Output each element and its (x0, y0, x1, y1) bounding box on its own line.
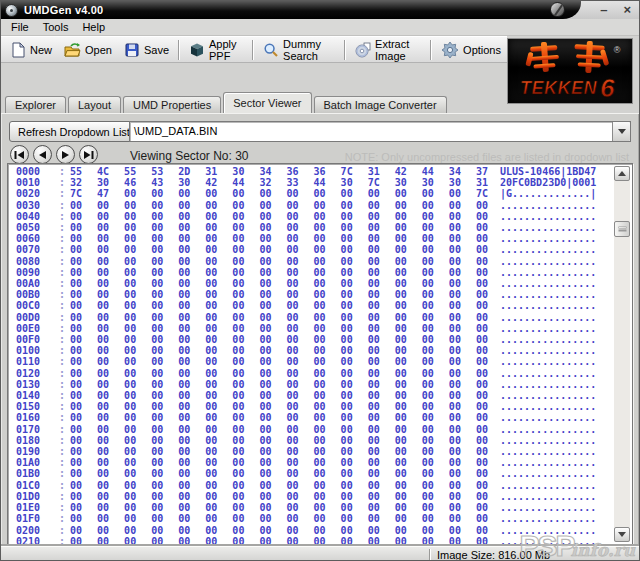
hex-colon (54, 200, 70, 211)
previous-sector-button[interactable] (33, 145, 52, 164)
hex-address: 01F0 (16, 513, 54, 524)
hex-address: 0100 (16, 345, 54, 356)
hex-colon (54, 323, 70, 334)
hex-row: 013000 00 00 00 00 00 00 00 00 00 00 00 … (16, 379, 610, 390)
hex-row: 007000 00 00 00 00 00 00 00 00 00 00 00 … (16, 244, 610, 255)
hex-ascii: ................ (500, 334, 596, 345)
file-dropdown[interactable]: \UMD_DATA.BIN (129, 121, 631, 142)
tab[interactable]: Sector Viewer (223, 92, 311, 113)
hex-bytes: 32 30 46 43 30 42 44 32 33 44 30 7C 30 3… (70, 177, 494, 188)
hex-ascii: ................ (500, 233, 596, 244)
hex-row: 01B000 00 00 00 00 00 00 00 00 00 00 00 … (16, 468, 610, 479)
title-bar-skin: UMDGen v4.00 (1, 1, 581, 19)
save-button[interactable]: Save (118, 39, 175, 61)
previous-icon (38, 150, 47, 160)
toolbar-separator (344, 40, 346, 60)
extract-image-button[interactable]: Extract Image (349, 35, 427, 65)
hex-bytes: 00 00 00 00 00 00 00 00 00 00 00 00 00 0… (70, 345, 494, 356)
hex-row: 00D000 00 00 00 00 00 00 00 00 00 00 00 … (16, 312, 610, 323)
hex-bytes: 00 00 00 00 00 00 00 00 00 00 00 00 00 0… (70, 356, 494, 367)
hex-ascii: ................ (500, 345, 596, 356)
scrollbar-thumb[interactable] (614, 221, 630, 237)
hex-colon (54, 457, 70, 468)
skin-disc-icon (550, 2, 565, 17)
registered-mark: ® (614, 45, 621, 55)
hex-row: 014000 00 00 00 00 00 00 00 00 00 00 00 … (16, 390, 610, 401)
tab[interactable]: Explorer (5, 96, 66, 113)
hex-row: 018000 00 00 00 00 00 00 00 00 00 00 00 … (16, 435, 610, 446)
hex-address: 0110 (16, 356, 54, 367)
hex-rows: 000055 4C 55 53 2D 31 30 34 36 36 7C 31 … (16, 166, 610, 544)
window-controls: – × (600, 1, 631, 19)
hex-address: 01A0 (16, 457, 54, 468)
hex-row: 004000 00 00 00 00 00 00 00 00 00 00 00 … (16, 211, 610, 222)
save-floppy-icon (124, 42, 140, 58)
next-icon (61, 150, 70, 160)
title-bar[interactable]: UMDGen v4.00 – × (1, 1, 639, 19)
next-sector-button[interactable] (56, 145, 75, 164)
hex-bytes: 00 00 00 00 00 00 00 00 00 00 00 00 00 0… (70, 368, 494, 379)
new-button[interactable]: New (4, 39, 58, 61)
hex-bytes: 00 00 00 00 00 00 00 00 00 00 00 00 00 0… (70, 435, 494, 446)
refresh-dropdown-list-button[interactable]: Refresh Dropdown List (9, 121, 139, 142)
hex-address: 01B0 (16, 468, 54, 479)
hex-row: 00B000 00 00 00 00 00 00 00 00 00 00 00 … (16, 289, 610, 300)
hex-address: 0070 (16, 244, 54, 255)
hex-colon (54, 513, 70, 524)
toolbar: New Open Save (1, 36, 507, 63)
hex-bytes: 00 00 00 00 00 00 00 00 00 00 00 00 00 0… (70, 480, 494, 491)
hex-colon (54, 435, 70, 446)
dummy-search-button[interactable]: Dummy Search (257, 35, 341, 65)
scroll-down-icon[interactable] (614, 527, 630, 542)
close-button[interactable]: × (623, 3, 631, 17)
last-sector-button[interactable] (79, 145, 98, 164)
file-dropdown-value[interactable]: \UMD_DATA.BIN (130, 122, 612, 141)
hex-row: 01A000 00 00 00 00 00 00 00 00 00 00 00 … (16, 457, 610, 468)
scroll-up-icon[interactable] (614, 166, 630, 181)
hex-ascii: ................ (500, 424, 596, 435)
open-button[interactable]: Open (58, 39, 118, 61)
hex-ascii: ................ (500, 491, 596, 502)
menu-help[interactable]: Help (75, 20, 112, 35)
options-button[interactable]: Options (435, 38, 507, 62)
hex-address: 0130 (16, 379, 54, 390)
menu-file[interactable]: File (4, 20, 36, 35)
minimize-button[interactable]: – (600, 3, 607, 17)
hex-colon (54, 233, 70, 244)
hex-bytes: 00 00 00 00 00 00 00 00 00 00 00 00 00 0… (70, 401, 494, 412)
hex-bytes: 00 00 00 00 00 00 00 00 00 00 00 00 00 0… (70, 457, 494, 468)
status-bar: Image Size: 816.00 Mb (1, 546, 639, 561)
hex-ascii: ................ (500, 356, 596, 367)
tab[interactable]: Batch Image Converter (314, 96, 447, 113)
window-title: UMDGen v4.00 (24, 4, 103, 16)
hex-address: 0090 (16, 267, 54, 278)
hex-ascii: 20FC0BD23D0|0001 (500, 177, 596, 188)
hex-ascii: |G.............| (500, 188, 596, 199)
hex-address: 0210 (16, 536, 54, 545)
hex-ascii: ................ (500, 502, 596, 513)
hex-bytes: 00 00 00 00 00 00 00 00 00 00 00 00 00 0… (70, 200, 494, 211)
first-sector-button[interactable] (10, 145, 29, 164)
hex-address: 01E0 (16, 502, 54, 513)
hex-ascii: ................ (500, 457, 596, 468)
hex-viewer[interactable]: 000055 4C 55 53 2D 31 30 34 36 36 7C 31 … (7, 163, 633, 545)
tab[interactable]: Layout (68, 96, 121, 113)
hex-row: 016000 00 00 00 00 00 00 00 00 00 00 00 … (16, 412, 610, 423)
hex-scrollbar[interactable] (614, 166, 630, 542)
hex-row: 00C000 00 00 00 00 00 00 00 00 00 00 00 … (16, 300, 610, 311)
hex-colon (54, 446, 70, 457)
hex-row: 012000 00 00 00 00 00 00 00 00 00 00 00 … (16, 368, 610, 379)
hex-address: 0000 (16, 166, 54, 177)
hex-ascii: ................ (500, 446, 596, 457)
tab[interactable]: UMD Properties (123, 96, 221, 113)
hex-colon (54, 356, 70, 367)
hex-bytes: 55 4C 55 53 2D 31 30 34 36 36 7C 31 42 4… (70, 166, 494, 177)
apply-ppf-label: Apply PPF (209, 38, 243, 62)
menu-tools[interactable]: Tools (36, 20, 76, 35)
hex-colon (54, 345, 70, 356)
apply-ppf-button[interactable]: Apply PPF (183, 35, 249, 65)
hex-colon (54, 244, 70, 255)
hex-row: 020000 00 00 00 00 00 00 00 00 00 00 00 … (16, 525, 610, 536)
chevron-down-icon[interactable] (612, 122, 630, 141)
hex-address: 00A0 (16, 278, 54, 289)
